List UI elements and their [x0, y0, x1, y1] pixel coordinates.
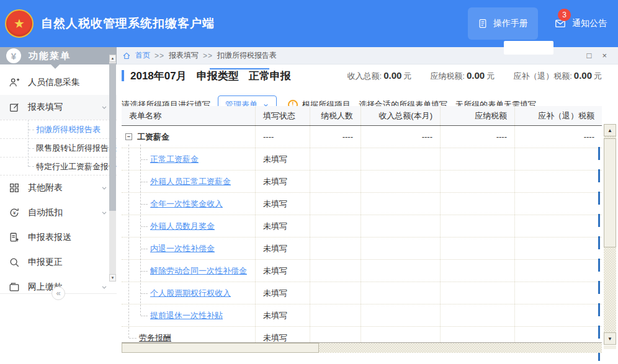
breadcrumb-home-link[interactable]: 首页 — [135, 50, 150, 61]
form-link[interactable]: 解除劳动合同一次性补偿金 — [150, 265, 247, 277]
total-income — [361, 304, 441, 326]
form-link[interactable]: 正常工资薪金 — [150, 154, 199, 165]
table-row: −工资薪金 ---- ---- ---- ---- ---- — [122, 126, 602, 148]
declare-type-label: 申报类型 — [197, 69, 239, 83]
form-link[interactable]: 提前退休一次性补贴 — [150, 310, 223, 321]
tax-refund — [515, 171, 602, 192]
fill-status: 未填写 — [256, 282, 310, 304]
total-income — [361, 193, 441, 215]
tooltip-stub — [504, 41, 553, 55]
sidebar-scrollbar-thumb[interactable] — [109, 63, 116, 211]
taxpayer-count — [310, 193, 361, 215]
manual-button[interactable]: 操作手册 — [468, 7, 538, 40]
fill-status: 未填写 — [256, 237, 310, 259]
chevron-down-icon — [101, 104, 108, 111]
stat-tax-payable: 应纳税额:0.00元 — [430, 70, 495, 82]
tax-refund — [515, 304, 602, 326]
yen-refresh-icon: ¥ — [9, 207, 20, 218]
form-link[interactable]: 外籍人员正常工资薪金 — [150, 176, 231, 187]
fill-status: 未填写 — [256, 260, 310, 282]
tax-refund — [515, 193, 602, 215]
tax-payable — [441, 282, 515, 304]
fill-status: 未填写 — [256, 215, 310, 237]
notice-button[interactable]: 3 通知公告 — [554, 18, 609, 29]
submenu-item-specific-industry-report[interactable]: 特定行业工资薪金报告表 — [0, 157, 117, 175]
sidebar-item-declaration-submit[interactable]: 申报表报送 — [0, 225, 117, 250]
sidebar-menu: 人员信息采集 报表填写 扣缴所得税报告表 限售股转让所得报告表 特定行业工资薪金… — [0, 64, 117, 300]
sidebar-scrollbar[interactable]: ▲ ▼ — [109, 55, 116, 282]
form-link[interactable]: 外籍人员数月奖金 — [150, 221, 215, 232]
column-header-tax-payable: 应纳税额 — [441, 106, 515, 125]
submenu-item-withholding-tax-report[interactable]: 扣缴所得税报告表 — [0, 120, 117, 138]
vertical-scrollbar-thumb[interactable] — [604, 138, 616, 247]
home-icon — [122, 51, 131, 60]
table-horizontal-scrollbar[interactable] — [122, 342, 602, 353]
scrollbar-corner — [604, 345, 616, 349]
sidebar-header: ¥ 功能菜单 — [0, 47, 117, 64]
table-row: 解除劳动合同一次性补偿金 未填写 — [122, 260, 602, 282]
tax-refund — [515, 215, 602, 237]
yen-circle-icon: ¥ — [6, 48, 21, 63]
taxpayer-count — [310, 282, 361, 304]
row-edge-dashes — [598, 147, 600, 363]
column-header-form-name: 表单名称 — [122, 106, 256, 125]
close-button[interactable]: × — [602, 51, 607, 60]
sidebar-item-label: 其他附表 — [28, 182, 63, 193]
taxpayer-count: ---- — [310, 126, 361, 148]
sidebar-item-report-fill[interactable]: 报表填写 — [0, 95, 117, 120]
tax-payable — [441, 193, 515, 215]
horizontal-scrollbar-thumb[interactable] — [122, 343, 319, 353]
sidebar-collapse-button[interactable]: « — [52, 286, 65, 300]
chevron-down-icon — [101, 209, 108, 216]
submenu-item-restricted-stock-report[interactable]: 限售股转让所得报告表 — [0, 138, 117, 157]
sidebar-item-label: 人员信息采集 — [28, 77, 80, 88]
person-add-icon — [9, 77, 20, 88]
tax-payable — [441, 304, 515, 326]
maximize-button[interactable]: □ — [587, 51, 592, 60]
column-header-fill-status: 填写状态 — [256, 106, 310, 125]
app-header: ★ 自然人税收管理系统扣缴客户端 操作手册 3 通知公告 — [0, 0, 618, 47]
table-vertical-scrollbar[interactable]: ▲ ▼ — [604, 124, 616, 345]
sidebar-item-label: 申报更正 — [28, 257, 63, 268]
sidebar-scroll-down-button[interactable]: ▼ — [109, 274, 116, 282]
emblem-star-icon: ★ — [14, 17, 25, 30]
form-link[interactable]: 个人股票期权行权收入 — [150, 288, 231, 299]
table-row: 外籍人员数月奖金 未填写 — [122, 215, 602, 237]
sidebar-scroll-up-button[interactable]: ▲ — [109, 55, 116, 62]
document-icon — [478, 19, 488, 29]
form-link[interactable]: 全年一次性奖金收入 — [150, 198, 223, 210]
tax-payable: ---- — [441, 126, 515, 148]
notice-badge: 3 — [558, 9, 571, 21]
edit-icon — [9, 102, 20, 113]
form-link[interactable]: 劳务报酬 — [139, 332, 171, 344]
form-link[interactable]: 内退一次性补偿金 — [150, 243, 215, 254]
breadcrumb-level1[interactable]: 报表填写 — [169, 50, 199, 61]
sidebar-item-declaration-correction[interactable]: 申报更正 — [0, 250, 117, 275]
sidebar: ¥ 功能菜单 人员信息采集 报表填写 扣缴所得税报告表 限售股转让所得报告表 特… — [0, 47, 117, 364]
form-group-name: 工资薪金 — [137, 131, 169, 143]
scroll-up-button[interactable]: ▲ — [604, 124, 616, 136]
manual-button-label: 操作手册 — [493, 18, 528, 29]
total-income — [361, 215, 441, 237]
taxpayer-count — [310, 171, 361, 192]
fill-status: ---- — [256, 126, 310, 148]
stat-total-income: 收入总额:0.00元 — [347, 70, 412, 82]
table-row: 外籍人员正常工资薪金 未填写 — [122, 171, 602, 193]
declare-type-value: 正常申报 — [249, 69, 291, 83]
sidebar-item-personnel[interactable]: 人员信息采集 — [0, 70, 117, 95]
column-header-tax-refund: 应补（退）税额 — [515, 106, 602, 125]
sidebar-item-label: 申报表报送 — [28, 232, 71, 243]
sidebar-item-auto-deduction[interactable]: ¥ 自动抵扣 — [0, 200, 117, 225]
app-window: ★ 自然人税收管理系统扣缴客户端 操作手册 3 通知公告 ¥ 功能菜单 — [0, 0, 618, 364]
tax-refund — [515, 237, 602, 259]
sidebar-item-other-forms[interactable]: 其他附表 — [0, 175, 117, 200]
tax-payable — [441, 237, 515, 259]
total-income — [361, 260, 441, 282]
tree-collapse-icon[interactable]: − — [125, 133, 132, 140]
fill-status: 未填写 — [256, 193, 310, 215]
tax-refund — [515, 148, 602, 170]
breadcrumb-separator: >> — [203, 51, 213, 60]
scroll-down-button[interactable]: ▼ — [604, 332, 616, 345]
tax-payable — [441, 171, 515, 192]
breadcrumb-level2: 扣缴所得税报告表 — [217, 50, 277, 61]
